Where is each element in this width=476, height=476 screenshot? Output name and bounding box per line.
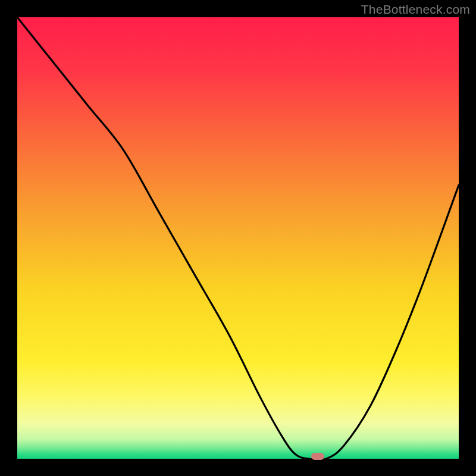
chart-frame: TheBottleneck.com [0, 0, 476, 476]
bottleneck-curve [17, 17, 459, 459]
watermark-text: TheBottleneck.com [361, 2, 470, 17]
optimal-point-marker [311, 453, 324, 460]
plot-area [17, 17, 459, 459]
